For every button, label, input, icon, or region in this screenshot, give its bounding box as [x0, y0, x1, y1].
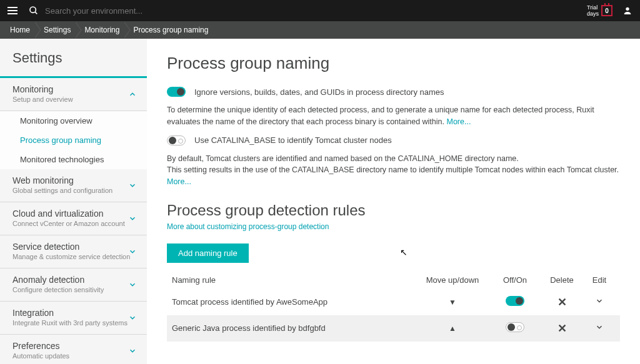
chevron-down-icon: [128, 247, 137, 256]
section-title: Web monitoring: [12, 175, 134, 185]
search-input[interactable]: [45, 6, 587, 16]
sidebar-section-service-detection[interactable]: Service detection Manage & customize ser…: [0, 235, 147, 268]
sidebar-section-monitoring[interactable]: Monitoring Setup and overview: [0, 78, 147, 111]
rules-table: Naming rule Move up/down Off/On Delete E…: [167, 272, 620, 342]
sidebar-section-web-monitoring[interactable]: Web monitoring Global settings and confi…: [0, 169, 147, 202]
toggle-label: Use CATALINA_BASE to identify Tomcat clu…: [194, 135, 392, 145]
delete-icon[interactable]: ✕: [558, 296, 567, 308]
col-header-delete: Delete: [540, 275, 584, 285]
sidebar-section-preferences[interactable]: Preferences Automatic updates: [0, 335, 147, 364]
svg-point-2: [626, 7, 629, 11]
trial-badge[interactable]: Trial days 0: [587, 4, 612, 17]
rules-more-link[interactable]: More about customizing process-group det…: [167, 222, 329, 231]
svg-point-0: [30, 7, 36, 12]
sidebar-item-monitored-technologies[interactable]: Monitored technologies: [0, 150, 147, 169]
section-subtitle: Connect vCenter or Amazon account: [12, 220, 134, 227]
sidebar-section-anomaly-detection[interactable]: Anomaly detection Configure detection se…: [0, 268, 147, 302]
chevron-down-icon: [128, 347, 137, 355]
section-title: Anomaly detection: [12, 275, 134, 285]
rules-section-title: Process group detection rules: [167, 202, 620, 219]
chevron-down-icon[interactable]: [595, 297, 604, 305]
search-icon[interactable]: [29, 6, 39, 16]
section-subtitle: Integrate Ruxit with 3rd party systems: [12, 319, 134, 327]
col-header-onoff: Off/On: [490, 275, 540, 285]
toggle-ignore-versions[interactable]: [167, 87, 186, 97]
crumb-monitoring[interactable]: Monitoring: [79, 21, 124, 39]
chevron-down-icon[interactable]: [595, 323, 604, 332]
sidebar-title: Settings: [0, 50, 147, 76]
chevron-right-icon: [76, 21, 82, 39]
rule-toggle[interactable]: [506, 296, 524, 306]
chevron-down-icon: [128, 214, 137, 223]
chevron-down-icon: [128, 313, 137, 322]
description-text: To determine the unique identity of each…: [167, 104, 620, 128]
section-title: Service detection: [12, 242, 134, 252]
table-row: Tomcat process identified by AweSomeApp …: [167, 289, 620, 315]
rule-name: Tomcat process identified by AweSomeApp: [172, 297, 415, 307]
chevron-up-icon: [128, 90, 137, 99]
toggle-catalina-base[interactable]: [167, 135, 186, 145]
page-title: Process group naming: [167, 54, 620, 73]
toggle-label: Ignore versions, builds, dates, and GUID…: [194, 87, 444, 97]
section-subtitle: Manage & customize service detection: [12, 253, 134, 260]
more-link[interactable]: More...: [167, 177, 191, 186]
trial-days-count: 0: [601, 5, 612, 16]
trial-label: Trial days: [587, 4, 599, 17]
toggle-ignore-versions-row: Ignore versions, builds, dates, and GUID…: [167, 87, 620, 97]
more-link[interactable]: More...: [446, 117, 471, 126]
section-subtitle: Setup and overview: [12, 96, 134, 103]
col-header-move: Move up/down: [415, 275, 490, 285]
section-title: Integration: [12, 308, 134, 318]
chevron-right-icon: [35, 21, 41, 39]
sidebar-section-cloud[interactable]: Cloud and virtualization Connect vCenter…: [0, 202, 147, 235]
crumb-current: Process group naming: [128, 21, 213, 39]
chevron-right-icon: [124, 21, 131, 39]
sidebar-items: Monitoring overview Process group naming…: [0, 111, 147, 169]
section-title: Preferences: [12, 341, 134, 351]
sidebar: Settings Monitoring Setup and overview M…: [0, 39, 147, 364]
move-up-icon[interactable]: ▲: [449, 324, 456, 333]
col-header-name: Naming rule: [172, 275, 415, 285]
main-content: Process group naming Ignore versions, bu…: [147, 39, 640, 364]
table-header: Naming rule Move up/down Off/On Delete E…: [167, 272, 620, 289]
move-down-icon[interactable]: ▼: [449, 298, 456, 307]
description-text: By default, Tomcat clusters are identifi…: [167, 153, 620, 188]
col-header-edit: Edit: [584, 275, 615, 285]
sidebar-item-process-group-naming[interactable]: Process group naming: [0, 130, 147, 150]
add-naming-rule-button[interactable]: Add naming rule: [167, 243, 249, 263]
table-row: Generic Java process identified by bdfgb…: [167, 315, 620, 342]
user-icon[interactable]: [622, 6, 632, 16]
sidebar-section-integration[interactable]: Integration Integrate Ruxit with 3rd par…: [0, 302, 147, 335]
crumb-settings[interactable]: Settings: [39, 21, 76, 39]
chevron-down-icon: [128, 280, 137, 289]
rule-toggle[interactable]: [506, 322, 524, 332]
section-title: Cloud and virtualization: [12, 209, 134, 219]
toggle-catalina-row: Use CATALINA_BASE to identify Tomcat clu…: [167, 135, 620, 145]
section-title: Monitoring: [12, 84, 134, 94]
section-subtitle: Global settings and configuration: [12, 187, 134, 194]
sidebar-item-monitoring-overview[interactable]: Monitoring overview: [0, 111, 147, 130]
section-subtitle: Automatic updates: [12, 352, 134, 360]
rule-name: Generic Java process identified by bdfgb…: [172, 323, 415, 333]
breadcrumbs: Home Settings Monitoring Process group n…: [0, 21, 640, 39]
topbar: Trial days 0: [0, 0, 640, 21]
section-subtitle: Configure detection sensitivity: [12, 286, 134, 293]
crumb-home[interactable]: Home: [5, 21, 35, 39]
chevron-down-icon: [128, 181, 137, 190]
svg-line-1: [35, 12, 37, 14]
delete-icon[interactable]: ✕: [558, 322, 567, 335]
menu-icon[interactable]: [8, 7, 18, 14]
